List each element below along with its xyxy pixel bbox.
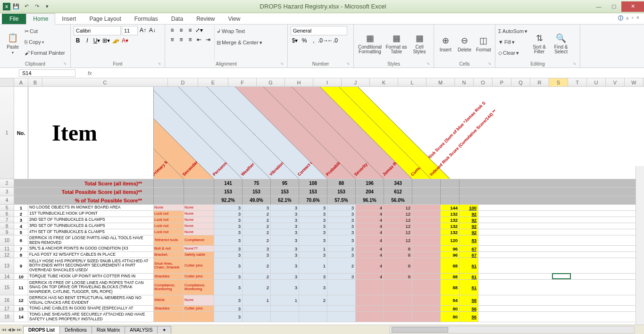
fx-icon[interactable]: fx	[85, 70, 95, 76]
qat-dropdown-icon[interactable]: ▾	[42, 2, 52, 11]
tab-file[interactable]: File	[2, 14, 26, 24]
merge-center-button[interactable]: ⊟Merge & Center▾	[217, 37, 262, 48]
sheet-prev-icon[interactable]: ◀	[8, 327, 11, 332]
align-right-icon[interactable]: ≡	[186, 35, 194, 44]
cut-button[interactable]: ✂Cut	[25, 26, 65, 36]
currency-icon[interactable]: $▾	[291, 36, 299, 45]
copy-button[interactable]: ⎘Copy▾	[25, 37, 65, 47]
horizontal-scrollbar[interactable]	[389, 326, 635, 334]
col-header-T[interactable]: T	[568, 78, 587, 86]
col-header-E[interactable]: E	[198, 78, 228, 86]
comma-icon[interactable]: ,	[309, 36, 318, 45]
number-format-combo[interactable]: General	[291, 26, 347, 35]
col-header-J[interactable]: J	[342, 78, 370, 86]
col-header-S[interactable]: S	[549, 78, 568, 86]
sort-filter-button[interactable]: ⇅Sort & Filter	[529, 26, 549, 61]
align-top-icon[interactable]: ≡	[168, 26, 176, 34]
tab-data[interactable]: Data	[165, 14, 190, 24]
conditional-formatting-button[interactable]: ▦Conditional Formatting	[357, 26, 383, 61]
align-bottom-icon[interactable]: ≡	[186, 26, 194, 34]
col-header-K[interactable]: K	[370, 78, 398, 86]
paste-button[interactable]: 📋Paste▾	[3, 26, 23, 61]
excel-icon[interactable]: X	[3, 3, 10, 10]
align-middle-icon[interactable]: ≡	[177, 26, 185, 34]
col-header-N[interactable]: N	[455, 78, 474, 86]
sheet-tab-drops-list[interactable]: DROPS List	[23, 326, 60, 334]
format-as-table-button[interactable]: ▦Format as Table	[385, 26, 408, 61]
percent-icon[interactable]: %	[300, 36, 309, 45]
col-header-O[interactable]: O	[474, 78, 493, 86]
delete-cells-button[interactable]: ⊖Delete	[456, 26, 473, 61]
undo-icon[interactable]: ↶	[22, 2, 31, 11]
new-sheet-button[interactable]: ✦	[157, 326, 171, 334]
fill-color-button[interactable]: ◢▾	[111, 36, 120, 45]
select-all-corner[interactable]	[0, 78, 14, 86]
font-color-button[interactable]: A▾	[121, 36, 129, 45]
decrease-font-icon[interactable]: A↓	[148, 26, 157, 34]
col-header-L[interactable]: L	[398, 78, 427, 86]
align-center-icon[interactable]: ≡	[177, 35, 185, 44]
formula-input[interactable]	[95, 69, 644, 76]
border-button[interactable]: ⊞▾	[102, 36, 110, 45]
sheet-tab-analysis[interactable]: ANALYSIS	[125, 326, 158, 334]
col-header-C[interactable]: C	[42, 78, 168, 86]
format-painter-button[interactable]: 🖌Format Painter	[25, 48, 65, 58]
tab-view[interactable]: View	[222, 14, 247, 24]
orientation-icon[interactable]: ⤢▾	[195, 26, 203, 34]
maximize-button[interactable]: ▢	[606, 1, 621, 12]
font-name-combo[interactable]: Calibri	[74, 26, 121, 35]
minimize-ribbon-icon[interactable]: ▵	[626, 15, 629, 22]
cell-styles-button[interactable]: ▦Cell Styles	[410, 26, 429, 61]
window-restore-icon[interactable]: ▫	[632, 15, 634, 22]
help-icon[interactable]: ⓘ	[618, 15, 623, 22]
redo-icon[interactable]: ↷	[32, 2, 42, 11]
tab-insert[interactable]: Insert	[55, 14, 83, 24]
wrap-text-button[interactable]: ↲Wrap Text	[217, 26, 262, 36]
col-header-Q[interactable]: Q	[511, 78, 530, 86]
tab-formulas[interactable]: Formulas	[128, 14, 165, 24]
col-header-M[interactable]: M	[427, 78, 455, 86]
col-header-P[interactable]: P	[493, 78, 511, 86]
autosum-button[interactable]: ΣAutoSum▾	[498, 26, 527, 36]
clear-button[interactable]: ◇Clear▾	[498, 48, 527, 58]
col-header-V[interactable]: V	[606, 78, 625, 86]
italic-button[interactable]: I	[83, 36, 92, 45]
col-header-W[interactable]: W	[625, 78, 644, 86]
sheet-first-icon[interactable]: ⏮	[2, 327, 7, 332]
sheet-next-icon[interactable]: ▶	[12, 327, 16, 332]
name-box[interactable]	[19, 69, 75, 77]
find-select-button[interactable]: 🔍Find & Select	[551, 26, 571, 61]
vertical-scrollbar[interactable]	[636, 166, 644, 325]
increase-indent-icon[interactable]: ⇥	[204, 35, 212, 44]
sheet-tab-risk-matrix[interactable]: Risk Matrix	[92, 326, 125, 334]
col-header-H[interactable]: H	[285, 78, 313, 86]
col-header-F[interactable]: F	[228, 78, 257, 86]
col-header-G[interactable]: G	[257, 78, 285, 86]
increase-decimal-icon[interactable]: .0→	[319, 36, 327, 45]
underline-button[interactable]: U▾	[92, 36, 101, 45]
format-cells-button[interactable]: ◫Format	[475, 26, 492, 61]
increase-font-icon[interactable]: A↑	[139, 26, 147, 34]
sheet-tab-definitions[interactable]: Definitions	[59, 326, 92, 334]
tab-page-layout[interactable]: Page Layout	[83, 14, 127, 24]
spreadsheet-grid[interactable]: ABCDEFGHIJKLMNOPQRSTUVW 1No.ItemPrimary …	[0, 78, 644, 325]
tab-review[interactable]: Review	[190, 14, 221, 24]
close-button[interactable]: ✕	[621, 1, 644, 12]
decrease-indent-icon[interactable]: ⇤	[195, 35, 203, 44]
window-close-icon[interactable]: ×	[636, 15, 639, 22]
col-header-R[interactable]: R	[530, 78, 549, 86]
col-header-B[interactable]: B	[28, 78, 42, 86]
font-size-combo[interactable]: 11	[122, 26, 138, 35]
col-header-A[interactable]: A	[14, 78, 28, 86]
col-header-I[interactable]: I	[313, 78, 342, 86]
decrease-decimal-icon[interactable]: ←.0	[328, 36, 337, 45]
tab-home[interactable]: Home	[26, 13, 55, 25]
fill-button[interactable]: ▼Fill▾	[498, 37, 527, 47]
insert-cells-button[interactable]: ⊕Insert	[437, 26, 454, 61]
row-header[interactable]: 1	[0, 87, 14, 179]
align-left-icon[interactable]: ≡	[168, 35, 176, 44]
col-header-D[interactable]: D	[168, 78, 198, 86]
save-icon[interactable]: 💾	[11, 2, 21, 11]
col-header-U[interactable]: U	[587, 78, 606, 86]
minimize-button[interactable]: —	[591, 1, 606, 12]
